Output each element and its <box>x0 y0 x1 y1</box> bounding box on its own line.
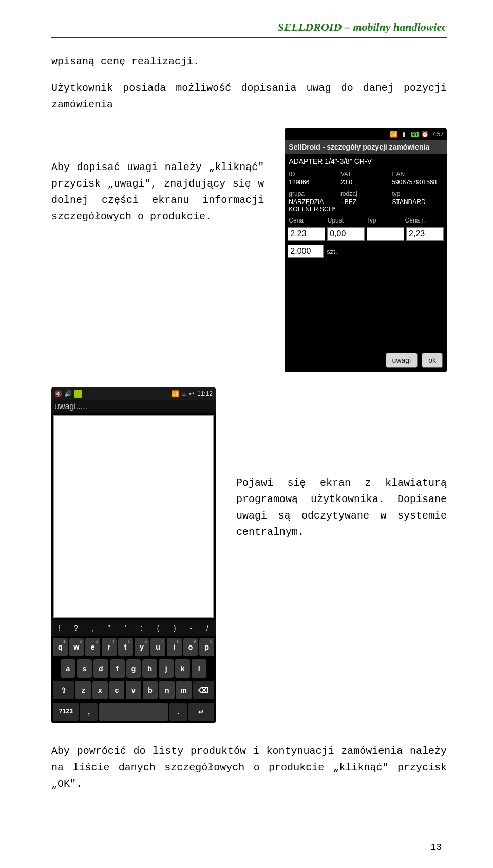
sym-key[interactable]: / <box>199 620 216 636</box>
sym-key[interactable]: - <box>183 620 199 636</box>
key-p[interactable]: p0 <box>199 638 214 656</box>
paragraph-1: wpisaną cenę realizacji. <box>51 53 447 70</box>
key-t[interactable]: t5 <box>118 638 133 656</box>
vol-down-icon: 🔇 <box>54 390 62 397</box>
lbl-vat: VAT <box>340 171 391 178</box>
key-w[interactable]: w2 <box>69 638 84 656</box>
key-s[interactable]: s <box>77 659 92 678</box>
val-id: 129866 <box>289 179 339 186</box>
lbl-typ: typ <box>392 190 443 197</box>
paragraph-4: Pojawi się ekran z klawiaturą programową… <box>236 475 447 541</box>
android-icon <box>74 390 82 398</box>
key-j[interactable]: j <box>159 659 174 678</box>
input-qty[interactable] <box>288 245 324 258</box>
lbl-id: ID <box>289 171 339 178</box>
alarm-icon: ⏰ <box>422 131 429 138</box>
input-typ[interactable] <box>367 227 404 241</box>
sym-key[interactable]: ! <box>51 620 68 636</box>
status-bar: 📶 ▮ 90 ⏰ 7:57 <box>285 128 447 140</box>
key-m[interactable]: m <box>176 681 192 699</box>
sym-key[interactable]: ? <box>68 620 84 636</box>
input-cenar[interactable] <box>406 227 444 241</box>
paragraph-3: Aby dopisać uwagi należy „kliknąć" przyc… <box>51 159 264 225</box>
key-x[interactable]: x <box>92 681 108 699</box>
vol-up-icon: 🔊 <box>64 390 72 397</box>
input-upust[interactable] <box>327 227 365 241</box>
sym-key[interactable]: " <box>101 620 117 636</box>
ok-button[interactable]: ok <box>422 353 443 368</box>
key-row-bottom: ?123 , . ↵ <box>51 701 216 723</box>
lbl-grupa: grupa <box>289 190 339 197</box>
key-f[interactable]: f <box>110 659 125 678</box>
key-b[interactable]: b <box>143 681 158 699</box>
key-dot[interactable]: . <box>169 703 187 721</box>
key-i[interactable]: i8 <box>167 638 182 656</box>
paragraph-5: Aby powrócić do listy produktów i kontyn… <box>51 743 447 792</box>
key-d[interactable]: d <box>93 659 108 678</box>
key-shift[interactable]: ⇧ <box>53 681 74 699</box>
uwagi-button[interactable]: uwagi <box>386 353 418 368</box>
key-v[interactable]: v <box>126 681 141 699</box>
app-title: SellDroid - szczegóły pozycji zamówienia <box>285 140 447 154</box>
key-y[interactable]: y6 <box>135 638 149 656</box>
screenshot-keyboard: 🔇 🔊 📶 ⌂ ↩ 11:12 uwagi..... ! ? , " ' : (… <box>51 387 216 723</box>
sym-key[interactable]: , <box>84 620 101 636</box>
sym-key[interactable]: : <box>134 620 150 636</box>
val-grupa: NARZĘDZIA KOELNER SCH* <box>289 198 339 213</box>
key-row-z: ⇧zxcvbnm⌫ <box>51 679 216 701</box>
key-backspace[interactable]: ⌫ <box>193 681 214 699</box>
key-n[interactable]: n <box>159 681 175 699</box>
signal-icon: ▮ <box>401 131 408 138</box>
key-123[interactable]: ?123 <box>53 703 79 721</box>
key-h[interactable]: h <box>142 659 157 678</box>
val-typ: STANDARD <box>392 198 443 213</box>
lbl-upust: Upust <box>328 217 365 224</box>
key-c[interactable]: c <box>109 681 125 699</box>
key-z[interactable]: z <box>75 681 91 699</box>
sym-key[interactable]: ) <box>166 620 183 636</box>
key-space[interactable] <box>99 703 168 721</box>
key-enter[interactable]: ↵ <box>188 703 214 721</box>
paragraph-2: Użytkownik posiada możliwość dopisania u… <box>51 80 447 113</box>
sym-key[interactable]: ' <box>117 620 134 636</box>
lbl-cena: Cena <box>289 217 326 224</box>
key-e[interactable]: e3 <box>85 638 100 656</box>
val-vat: 23.0 <box>340 179 391 186</box>
wifi-icon: 📶 <box>390 131 397 138</box>
key-row-q: q1w2e3r4t5y6u7i8o9p0 <box>51 636 216 658</box>
input-cena[interactable] <box>288 227 325 241</box>
val-rodzaj: --BEZ <box>340 198 391 213</box>
page-number: 13 <box>430 842 442 853</box>
val-ean: 5906757901568 <box>392 179 443 186</box>
uwagi-textarea[interactable] <box>53 415 214 618</box>
lbl-typ2: Typ <box>366 217 404 224</box>
key-g[interactable]: g <box>126 659 141 678</box>
status-bar-2: 🔇 🔊 📶 ⌂ ↩ 11:12 <box>51 387 216 400</box>
page-header: SELLDROID – mobilny handlowiec <box>51 21 447 38</box>
signal-icon-2: 📶 <box>172 390 179 397</box>
status-time: 7:57 <box>432 131 444 138</box>
key-l[interactable]: l <box>192 659 206 678</box>
qty-unit: szt. <box>327 248 444 255</box>
key-r[interactable]: r4 <box>102 638 117 656</box>
lbl-ean: EAN <box>392 171 443 178</box>
symbol-row: ! ? , " ' : ( ) - / <box>51 620 216 636</box>
key-a[interactable]: a <box>61 659 75 678</box>
uwagi-label: uwagi..... <box>51 400 216 413</box>
key-o[interactable]: o9 <box>183 638 198 656</box>
sym-key[interactable]: ( <box>150 620 166 636</box>
back-icon: ↩ <box>189 390 194 397</box>
lbl-cenar: Cena r. <box>405 217 443 224</box>
status-time-2: 11:12 <box>197 390 213 397</box>
key-comma[interactable]: , <box>80 703 98 721</box>
home-icon: ⌂ <box>182 390 186 397</box>
key-row-a: asdfghjkl <box>51 658 216 679</box>
product-name: ADAPTER 1/4"-3/8" CR-V <box>285 154 447 169</box>
key-k[interactable]: k <box>175 659 190 678</box>
key-q[interactable]: q1 <box>53 638 68 656</box>
screenshot-details: 📶 ▮ 90 ⏰ 7:57 SellDroid - szczegóły pozy… <box>285 128 447 372</box>
lbl-rodzaj: rodzaj <box>340 190 391 197</box>
battery-icon: 90 <box>411 132 419 137</box>
key-u[interactable]: u7 <box>150 638 165 656</box>
